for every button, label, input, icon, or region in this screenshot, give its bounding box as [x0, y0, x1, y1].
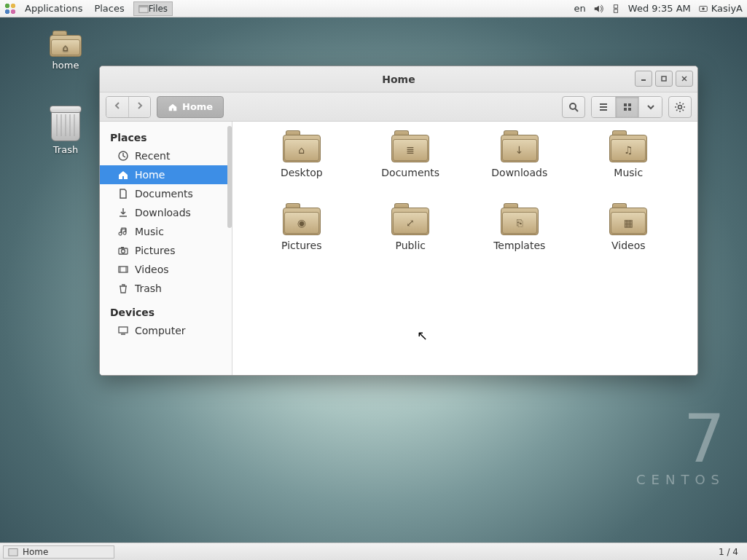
workspace-indicator[interactable]: 1 / 4	[713, 547, 744, 557]
system-tray: en Wed 9:35 AM KasiyA	[574, 3, 743, 14]
folder-public[interactable]: ⤢Public	[391, 203, 429, 276]
svg-rect-17	[628, 103, 631, 106]
brand-name: CENTOS	[636, 472, 725, 487]
down-icon	[117, 207, 129, 218]
svg-rect-3	[614, 9, 617, 12]
sidebar-item-label: Home	[135, 169, 165, 181]
folder-label: Public	[396, 240, 426, 251]
svg-point-20	[678, 105, 682, 109]
toolbar: Home	[100, 92, 697, 122]
search-button[interactable]	[562, 96, 585, 118]
sidebar-header-devices: Devices	[100, 302, 232, 321]
grid-icon	[622, 102, 633, 112]
window-title: Home	[382, 74, 415, 85]
brand-version: 7	[636, 406, 725, 472]
sidebar-item-trash[interactable]: Trash	[100, 279, 232, 298]
home-icon	[168, 102, 178, 112]
window-titlebar[interactable]: Home	[100, 66, 697, 92]
taskbar-item-label: Files	[149, 4, 168, 14]
clock[interactable]: Wed 9:35 AM	[628, 3, 691, 14]
bottom-panel: Home 1 / 4	[0, 543, 747, 560]
search-icon	[568, 101, 579, 113]
folder-templates[interactable]: ⎘Templates	[493, 203, 545, 276]
pathbar-home[interactable]: Home	[157, 96, 224, 118]
desktop-icon-trash[interactable]: Trash	[40, 109, 91, 155]
desktop-icon-label: home	[40, 60, 91, 71]
svg-point-11	[570, 103, 576, 109]
minimize-button[interactable]	[635, 71, 652, 87]
clock-icon	[117, 150, 129, 162]
folder-music[interactable]: ♫Music	[609, 130, 647, 203]
volume-icon[interactable]	[593, 4, 603, 14]
sidebar-item-videos[interactable]: Videos	[100, 260, 232, 279]
top-panel: Applications Places Files en Wed 9:35 AM…	[0, 0, 747, 17]
folder-label: Downloads	[491, 167, 547, 178]
list-view-button[interactable]	[592, 97, 615, 117]
maximize-button[interactable]	[655, 71, 673, 87]
keyboard-layout-indicator[interactable]: en	[574, 3, 586, 14]
svg-point-6	[702, 7, 705, 10]
network-icon[interactable]	[611, 4, 621, 14]
svg-rect-1	[139, 5, 148, 7]
sidebar-item-label: Videos	[135, 264, 169, 275]
list-icon	[598, 102, 609, 112]
taskbar-button-home[interactable]: Home	[3, 545, 114, 559]
folder-documents[interactable]: ≣Documents	[381, 130, 439, 203]
folder-desktop[interactable]: ⌂Desktop	[281, 130, 323, 203]
folder-videos[interactable]: ▦Videos	[609, 203, 647, 276]
user-menu[interactable]: KasiyA	[698, 3, 743, 14]
svg-rect-16	[624, 103, 627, 106]
svg-rect-2	[614, 4, 617, 7]
sidebar-item-label: Documents	[135, 188, 193, 200]
folder-icon: ⌂	[283, 130, 321, 162]
sidebar-item-label: Pictures	[135, 245, 175, 256]
places-menu[interactable]: Places	[88, 3, 130, 14]
svg-rect-24	[121, 247, 124, 248]
sidebar-item-recent[interactable]: Recent	[100, 146, 232, 165]
sidebar-item-label: Recent	[135, 150, 170, 162]
svg-line-12	[575, 109, 578, 111]
chevron-down-icon	[646, 103, 655, 111]
folder-icon: ⎘	[501, 203, 539, 235]
back-button[interactable]	[106, 97, 128, 117]
sidebar-item-documents[interactable]: Documents	[100, 184, 232, 203]
close-button[interactable]	[676, 71, 693, 87]
view-options-button[interactable]	[638, 97, 662, 117]
folder-icon: ▦	[609, 203, 647, 235]
folder-icon: ↓	[501, 130, 539, 162]
file-manager-icon	[138, 4, 149, 14]
taskbar-item-files[interactable]: Files	[133, 1, 173, 16]
window-icon	[8, 547, 18, 557]
folder-pictures[interactable]: ◉Pictures	[281, 203, 321, 276]
folder-label: Videos	[611, 240, 646, 251]
doc-icon	[117, 188, 129, 200]
sidebar-header-places: Places	[100, 127, 232, 146]
preferences-button[interactable]	[668, 96, 692, 118]
svg-point-23	[122, 250, 125, 253]
pathbar-label: Home	[182, 101, 213, 112]
file-grid[interactable]: ⌂Desktop≣Documents↓Downloads♫Music◉Pictu…	[232, 122, 697, 375]
folder-icon: ◉	[283, 203, 321, 235]
sidebar-item-label: Computer	[135, 325, 186, 336]
sidebar-item-downloads[interactable]: Downloads	[100, 203, 232, 222]
svg-rect-30	[9, 548, 17, 556]
sidebar-scrollbar[interactable]	[227, 126, 232, 228]
folder-label: Desktop	[281, 167, 323, 178]
forward-button[interactable]	[128, 97, 150, 117]
gear-icon	[674, 101, 686, 113]
applications-menu[interactable]: Applications	[19, 3, 88, 14]
sidebar-item-music[interactable]: Music	[100, 222, 232, 241]
computer-icon	[117, 325, 129, 336]
desktop-icon-home[interactable]: ⌂ home	[40, 31, 91, 71]
grid-view-button[interactable]	[615, 97, 638, 117]
folder-label: Templates	[493, 240, 545, 251]
power-icon	[698, 4, 708, 14]
sidebar-item-home[interactable]: Home	[100, 165, 232, 184]
camera-icon	[117, 245, 129, 256]
view-switcher	[591, 96, 662, 118]
svg-rect-28	[119, 327, 128, 333]
folder-downloads[interactable]: ↓Downloads	[491, 130, 547, 203]
sidebar-item-computer[interactable]: Computer	[100, 321, 232, 340]
sidebar-item-pictures[interactable]: Pictures	[100, 241, 232, 260]
file-manager-window: Home Home Places RecentHomeDocumentsDo	[99, 66, 698, 376]
